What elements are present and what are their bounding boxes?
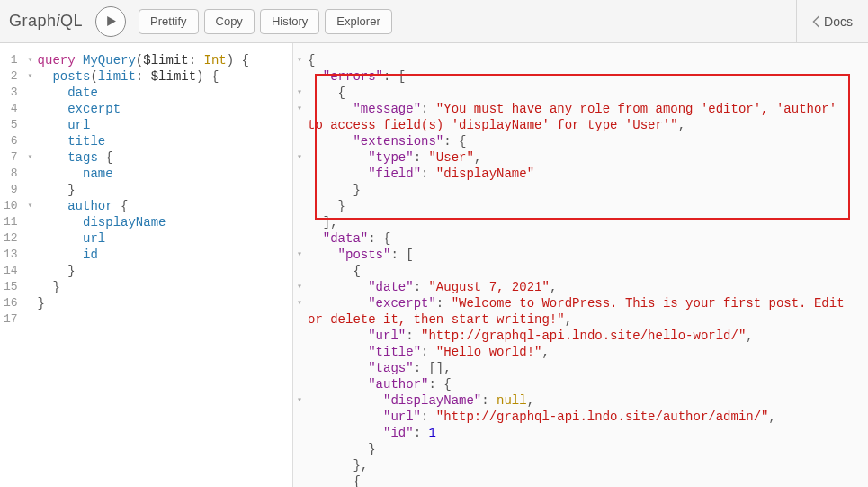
docs-label: Docs (824, 14, 853, 29)
docs-toggle[interactable]: Docs (796, 0, 868, 42)
main-area: 1234567891011121314151617 ▾▾▾▾ query MyQ… (0, 43, 868, 487)
query-editor-pane[interactable]: 1234567891011121314151617 ▾▾▾▾ query MyQ… (0, 43, 293, 487)
result-fold-gutter: ▾▾▾▾▾▾▾▾▾ (293, 43, 306, 487)
play-icon (105, 15, 117, 27)
graphiql-logo: GraphiQL (9, 12, 83, 31)
fold-gutter: ▾▾▾▾ (25, 43, 36, 487)
topbar: GraphiQL Prettify Copy History Explorer … (0, 0, 868, 43)
explorer-button[interactable]: Explorer (325, 9, 391, 34)
query-code[interactable]: query MyQuery($limit: Int) { posts(limit… (36, 43, 292, 487)
execute-button[interactable] (95, 6, 126, 37)
prettify-button[interactable]: Prettify (139, 9, 198, 34)
chevron-left-icon (812, 15, 820, 28)
copy-button[interactable]: Copy (204, 9, 255, 34)
logo-graph: Graph (9, 12, 57, 31)
logo-ql: QL (60, 12, 83, 31)
line-number-gutter: 1234567891011121314151617 (0, 43, 25, 487)
result-json[interactable]: { "errors": [ { "message": "You must hav… (306, 43, 868, 487)
history-button[interactable]: History (260, 9, 319, 34)
result-pane: ▾▾▾▾▾▾▾▾▾ { "errors": [ { "message": "Yo… (293, 43, 868, 487)
